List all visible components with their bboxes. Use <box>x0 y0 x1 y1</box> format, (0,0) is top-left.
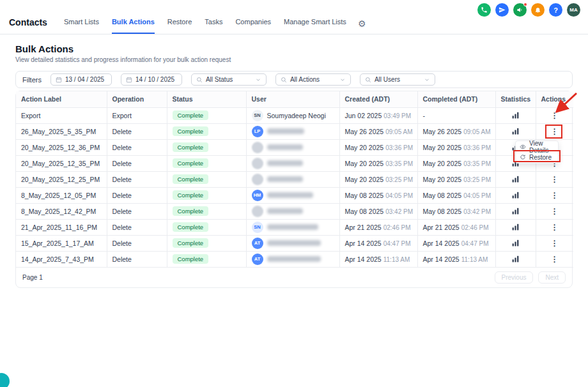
actions-filter-select[interactable]: All Actions <box>275 73 351 86</box>
page-section-title: Contacts <box>9 17 47 34</box>
status-badge: Complete <box>173 126 209 136</box>
bell-icon[interactable] <box>531 3 545 17</box>
tab-bulk-actions[interactable]: Bulk Actions <box>112 18 155 34</box>
bulk-actions-table: Action Label Operation Status User Creat… <box>15 91 573 288</box>
created-cell: May 08 202504:05 PM <box>339 187 417 203</box>
launch-icon[interactable] <box>495 3 509 17</box>
settings-gear-icon[interactable]: ⚙ <box>358 19 366 34</box>
row-actions-button[interactable]: ⋮ <box>541 207 569 216</box>
status-cell: Complete <box>167 123 246 139</box>
operation: Delete <box>107 219 167 235</box>
statistics-chart-icon[interactable] <box>501 223 530 231</box>
menu-item-view-details[interactable]: View Details <box>516 142 557 152</box>
status-filter-select[interactable]: All Status <box>191 73 267 86</box>
user-name <box>267 224 318 230</box>
completed-date: May 20 2025 <box>423 144 462 151</box>
calendar-icon <box>126 77 132 83</box>
operation: Delete <box>107 171 167 187</box>
status-cell: Complete <box>167 171 246 187</box>
completed-cell: May 20 202503:35 PM <box>417 155 495 171</box>
help-icon[interactable]: ? <box>549 3 562 17</box>
restore-icon <box>520 154 526 160</box>
action-label: 20_May_2025_12_35_PM <box>16 155 107 171</box>
notification-dot <box>523 3 527 6</box>
user-avatar[interactable]: MA <box>567 3 580 17</box>
menu-item-label: View Details <box>529 140 554 154</box>
user-cell <box>246 139 339 155</box>
operation: Delete <box>107 155 167 171</box>
completed-cell: Apr 14 202511:13 AM <box>417 251 495 267</box>
tab-restore[interactable]: Restore <box>167 18 192 34</box>
status-cell: Complete <box>167 235 246 251</box>
user-cell: AT <box>246 251 339 267</box>
created-date: May 20 2025 <box>345 176 384 183</box>
table-row: 21_Apr_2025_11_16_PM Delete Complete SN … <box>16 219 573 235</box>
table-row: 15_Apr_2025_1_17_AM Delete Complete AT A… <box>16 235 573 251</box>
row-actions-button[interactable]: ⋮ <box>541 239 569 248</box>
col-created: Created (ADT) <box>339 91 417 107</box>
users-filter-select[interactable]: All Users <box>360 73 435 86</box>
statistics-chart-icon[interactable] <box>501 127 530 135</box>
tab-smart-lists[interactable]: Smart Lists <box>64 18 99 34</box>
operation: Delete <box>107 251 167 267</box>
table-row: 20_May_2025_12_25_PM Delete Complete May… <box>16 171 573 187</box>
menu-item-restore[interactable]: Restore <box>516 152 557 162</box>
completed-cell: Apr 14 202504:47 PM <box>417 235 495 251</box>
avatar <box>252 206 263 217</box>
avatar <box>252 158 263 169</box>
row-actions-button[interactable]: ⋮ <box>541 175 569 184</box>
statistics-chart-icon[interactable] <box>501 175 530 183</box>
actions-cell: ⋮ <box>536 123 573 139</box>
table-row: 20_May_2025_12_36_PM Delete Complete May… <box>16 139 573 155</box>
row-actions-button[interactable]: ⋮ <box>541 255 569 264</box>
tab-manage-smart-lists[interactable]: Manage Smart Lists <box>284 18 346 34</box>
status-badge: Complete <box>173 206 209 216</box>
completed-time: 03:36 PM <box>463 144 491 151</box>
date-to-input[interactable]: 14 / 10 / 2025 <box>121 73 182 86</box>
completed-date: May 26 2025 <box>423 128 462 135</box>
statistics-chart-icon[interactable] <box>501 111 530 119</box>
user-cell: SN Soumyadeep Neogi <box>246 107 339 123</box>
user-name <box>267 208 303 214</box>
phone-icon[interactable] <box>477 3 491 17</box>
completed-time: 02:46 PM <box>461 224 489 231</box>
date-from-input[interactable]: 13 / 04 / 2025 <box>50 73 112 86</box>
operation: Delete <box>107 139 167 155</box>
statistics-chart-icon[interactable] <box>501 239 530 247</box>
row-actions-context-menu: View Details Restore <box>515 140 559 163</box>
tab-tasks[interactable]: Tasks <box>205 18 222 34</box>
next-page-button[interactable]: Next <box>538 271 566 284</box>
col-completed: Completed (ADT) <box>417 91 495 107</box>
actions-cell: ⋮ <box>536 203 573 219</box>
created-date: May 20 2025 <box>345 144 384 151</box>
action-label: 8_May_2025_12_05_PM <box>16 187 107 203</box>
status-badge: Complete <box>173 222 209 232</box>
row-actions-button[interactable]: ⋮ <box>541 223 569 232</box>
created-time: 11:13 AM <box>383 256 410 263</box>
row-actions-button[interactable]: ⋮ <box>541 127 569 136</box>
completed-date: May 08 2025 <box>423 208 462 215</box>
actions-filter-value: All Actions <box>290 76 336 83</box>
statistics-chart-icon[interactable] <box>501 255 530 263</box>
created-time: 03:42 PM <box>385 208 413 215</box>
created-date: May 08 2025 <box>345 208 384 215</box>
completed-cell: May 20 202503:25 PM <box>417 171 495 187</box>
row-actions-button[interactable]: ⋮ <box>541 111 569 120</box>
status-badge: Complete <box>173 142 209 152</box>
chevron-down-icon <box>424 77 430 83</box>
page-title: Bulk Actions <box>15 43 573 54</box>
user-name <box>267 144 303 150</box>
actions-cell: ⋮ <box>536 235 573 251</box>
calendar-icon <box>56 77 62 83</box>
statistics-chart-icon[interactable] <box>501 191 530 199</box>
completed-time: 03:25 PM <box>463 176 491 183</box>
row-actions-button[interactable]: ⋮ <box>541 191 569 200</box>
completed-time: 03:42 PM <box>463 208 491 215</box>
completed-cell: May 08 202504:05 PM <box>417 187 495 203</box>
statistics-chart-icon[interactable] <box>501 207 530 215</box>
announcements-icon[interactable] <box>513 3 527 17</box>
previous-page-button[interactable]: Previous <box>495 271 534 284</box>
chat-widget-button[interactable] <box>0 373 10 387</box>
tab-companies[interactable]: Companies <box>235 18 271 34</box>
created-date: May 20 2025 <box>345 160 384 167</box>
